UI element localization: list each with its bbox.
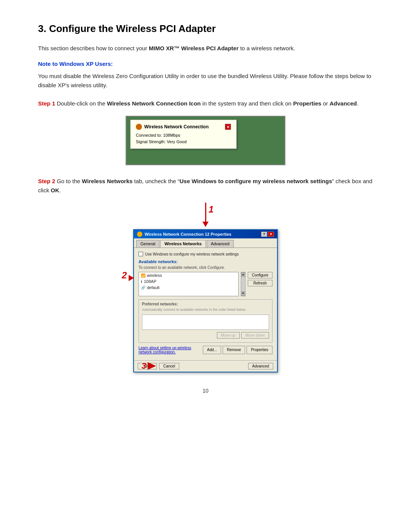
bottom-buttons: Add... Remove Properties [203, 346, 272, 354]
intro-bold: MIMO XR™ Wireless PCI Adapter [149, 45, 239, 51]
network-item-wireless: 📶 wireless [139, 272, 238, 278]
cancel-button[interactable]: Cancel [159, 363, 179, 369]
bottom-actions: Learn about setting up wireless network … [139, 346, 272, 354]
checkbox-row: Use Windows to configure my wireless net… [139, 252, 272, 256]
step1-paragraph: Step 1 Double-click on the Wireless Netw… [38, 99, 373, 108]
configure-button[interactable]: Configure [248, 272, 272, 278]
step2-bold3: OK [51, 187, 59, 193]
advanced-bottom-button[interactable]: Advanced [248, 363, 273, 369]
learn-link[interactable]: Learn about setting up wireless network … [139, 346, 191, 354]
properties-button[interactable]: Properties [247, 346, 272, 354]
network-name-default: default [147, 285, 159, 290]
arrow1-line [205, 203, 206, 222]
arrow3-head [148, 362, 156, 370]
preferred-title: Preferred networks: [142, 302, 269, 306]
tab-wireless-networks[interactable]: Wireless Networks [160, 240, 206, 248]
dialog-close-btn[interactable]: ✕ [268, 232, 274, 237]
step1-text-before: Double-click on the [55, 100, 107, 107]
tooltip-connected: Connected to: 108Mbps [136, 132, 231, 139]
dialog-footer: 3 OK Cancel Advanced [134, 360, 277, 372]
intro-paragraph: This section describes how to connect yo… [38, 44, 373, 53]
tooltip-title: Wireless Network Connection [144, 124, 209, 129]
step2-screenshot-wrapper: 1 2 Wireless Network Connection 12 Prope… [38, 203, 373, 372]
wifi-icon-wireless: 📶 [141, 273, 145, 278]
dialog-help-btn[interactable]: ? [261, 232, 267, 237]
page-title: 3. Configure the Wireless PCI Adapter [38, 23, 373, 35]
properties-dialog: 2 Wireless Network Connection 12 Propert… [133, 229, 278, 372]
step2-text-middle: tab, uncheck the “ [132, 178, 179, 184]
dialog-body: Use Windows to configure my wireless net… [134, 248, 277, 360]
intro-text-after: to a wireless network. [239, 45, 295, 51]
tooltip-close-icon: ✕ [225, 124, 231, 130]
remove-button[interactable]: Remove [223, 346, 245, 354]
available-section-label: Available networks: [139, 259, 272, 264]
badge-2: 2 [122, 270, 127, 281]
networks-list-area: 📶 wireless ℹ 108AP 🔗 default ▲ ▼ [139, 272, 272, 296]
network-item-default: 🔗 default [139, 284, 238, 291]
annotation3-group: 3 [142, 361, 156, 371]
dialog-title-text: Wireless Network Connection 12 Propertie… [145, 232, 231, 236]
dialog-title-icon [137, 232, 142, 237]
note-body: You must disable the Wireless Zero Confi… [38, 72, 373, 90]
info-icon-108ap: ℹ [141, 280, 142, 284]
step2-bold1: Wireless Networks [82, 178, 132, 184]
step1-bold3: Advanced [330, 100, 357, 107]
step2-paragraph: Step 2 Go to the Wireless Networks tab, … [38, 177, 373, 195]
network-name-108ap: 108AP [144, 279, 156, 284]
step2-text-before: Go to the [55, 178, 82, 184]
networks-buttons: Configure Refresh [248, 272, 272, 296]
step1-bold2: Properties [293, 100, 321, 107]
step2-label: Step 2 [38, 178, 55, 184]
available-section-desc: To connect to an available network, clic… [139, 265, 272, 270]
scrollbar: ▲ ▼ [241, 272, 245, 296]
learn-link-area: Learn about setting up wireless network … [139, 346, 203, 354]
configure-checkbox[interactable] [139, 252, 143, 256]
tooltip-signal: Signal Strength: Very Good [136, 139, 231, 145]
intro-text-before: This section describes how to connect yo… [38, 45, 149, 51]
checkbox-label: Use Windows to configure my wireless net… [145, 252, 239, 256]
move-down-button[interactable]: Move down [241, 332, 269, 339]
move-up-button[interactable]: Move up [217, 332, 240, 339]
networks-listbox[interactable]: 📶 wireless ℹ 108AP 🔗 default [139, 272, 239, 296]
network-item-108ap: ℹ 108AP [139, 278, 238, 284]
preferred-section: Preferred networks: Automatically connec… [139, 299, 272, 343]
step1-text-middle: in the system tray and then click on [201, 100, 293, 107]
tab-advanced[interactable]: Advanced [207, 240, 234, 248]
tab-general[interactable]: General [136, 240, 159, 248]
preferred-buttons-row: Move up Move down [142, 332, 269, 339]
badge-3: 3 [142, 361, 146, 371]
refresh-button[interactable]: Refresh [248, 280, 272, 286]
network-name-wireless: wireless [147, 273, 162, 278]
step1-label: Step 1 [38, 100, 55, 107]
wifi-icon [136, 124, 142, 130]
add-button[interactable]: Add... [203, 346, 221, 354]
step1-bold1: Wireless Network Connection Icon [107, 100, 201, 107]
preferred-desc: Automatically connect to available netwo… [142, 307, 269, 312]
step1-text-end: . [357, 100, 358, 107]
step1-screenshot: Wireless Network Connection ✕ Connected … [38, 116, 373, 165]
badge-1: 1 [209, 204, 213, 215]
tooltip-popup: Wireless Network Connection ✕ Connected … [130, 120, 237, 149]
step2-bold2: Use Windows to configure my wireless net… [180, 178, 332, 184]
note-heading: Note to Windows XP Users: [38, 61, 373, 67]
arrow2-head [129, 275, 134, 281]
step2-text-final: . [59, 187, 61, 193]
arrow1-head [202, 222, 209, 227]
page-number: 10 [38, 388, 373, 394]
dialog-titlebar: Wireless Network Connection 12 Propertie… [134, 230, 277, 238]
wifi2-icon-default: 🔗 [141, 286, 145, 290]
step1-text-or: or [321, 100, 330, 107]
preferred-listbox[interactable] [142, 315, 269, 330]
dialog-tabs: General Wireless Networks Advanced [134, 238, 277, 248]
